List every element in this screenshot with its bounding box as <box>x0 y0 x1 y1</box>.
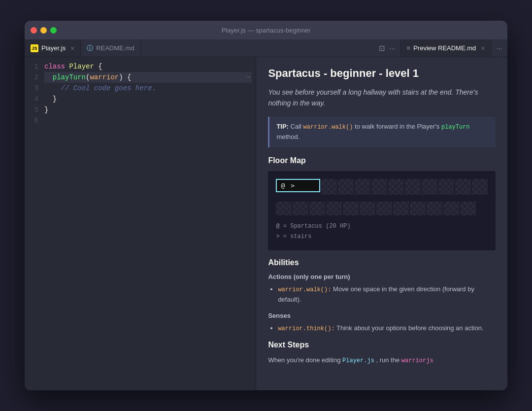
player-map-cell: @ > <box>276 179 320 192</box>
tile-6 <box>405 179 421 195</box>
preview-intro: You see before yourself a long hallway w… <box>268 87 496 109</box>
preview-title: Spartacus - beginner - level 1 <box>268 67 496 80</box>
info-icon: ⓘ <box>87 44 93 53</box>
tile-9 <box>455 179 471 195</box>
tile-2 <box>338 179 354 195</box>
tile-1 <box>321 179 337 195</box>
sense-method-1: warrior.think(): <box>278 325 334 332</box>
more-actions-icon[interactable]: ··· <box>389 44 396 52</box>
paren-open: ( <box>86 72 90 83</box>
line-num-5: 5 <box>31 104 38 115</box>
floor-map-legend: @ = Spartacus (20 HP) > = stairs <box>276 221 488 242</box>
sense-item-1: warrior.think(): Think about your option… <box>278 323 496 334</box>
class-close-brace: } <box>44 104 48 115</box>
tab-player-js[interactable]: JS Player.js × <box>25 39 81 57</box>
tab-player-js-label: Player.js <box>41 44 66 52</box>
stairs-symbol: > <box>291 182 295 189</box>
tab-readme-md[interactable]: ⓘ README.md <box>81 39 140 57</box>
app-window: Player.js — spartacus-beginner JS Player… <box>25 21 507 390</box>
line-num-3: 3 <box>31 83 38 94</box>
actions-label: Actions (only one per turn) <box>268 273 496 280</box>
indent-2 <box>44 72 53 83</box>
tip-text-3: method. <box>276 133 299 140</box>
tab-preview-close[interactable]: × <box>481 45 485 52</box>
line-numbers: 1 2 3 4 5 6 <box>25 61 44 386</box>
next-steps-text-2: , run the <box>376 356 401 364</box>
traffic-lights <box>31 27 57 34</box>
tip-text-2: to walk forward in the Player's <box>355 123 441 130</box>
action-method-1: warrior.walk(): <box>278 286 331 293</box>
paren-close: ) <box>119 72 123 83</box>
maximize-button[interactable] <box>50 27 57 34</box>
next-steps-text: When you're done editing Player.js , run… <box>268 355 496 366</box>
method-name: playTurn <box>53 72 86 83</box>
bottom-checker-row <box>276 202 488 215</box>
window-title: Player.js — spartacus-beginner <box>222 27 311 34</box>
class-name: Player <box>69 61 94 72</box>
legend-player: @ = Spartacus (20 HP) <box>276 221 488 232</box>
indent-3 <box>44 83 61 94</box>
code-area: 1 2 3 4 5 6 class Player { <box>25 57 256 390</box>
code-line-4: } <box>44 94 252 104</box>
line-indicator: — <box>247 72 252 83</box>
code-line-5: } <box>44 104 252 115</box>
preview-pane[interactable]: Spartacus - beginner - level 1 You see b… <box>256 57 507 390</box>
editor-pane[interactable]: 1 2 3 4 5 6 class Player { <box>25 57 256 390</box>
senses-list: warrior.think(): Think about your option… <box>268 323 496 334</box>
tile-8 <box>438 179 454 195</box>
method-open-brace: { <box>127 72 131 83</box>
code-line-2: playTurn ( warrior ) { — <box>44 72 252 83</box>
tabbar-right: ≡ Preview README.md × ··· <box>401 39 507 57</box>
titlebar: Player.js — spartacus-beginner <box>25 21 507 39</box>
tip-method2: playTurn <box>441 124 470 131</box>
close-button[interactable] <box>31 27 37 34</box>
legend-stairs: > = stairs <box>276 232 488 242</box>
preview-icon: ≡ <box>407 44 411 52</box>
method-close-brace: } <box>53 94 57 104</box>
code-line-3: // Cool code goes here. <box>44 83 252 94</box>
indent-4 <box>44 94 53 104</box>
tile-4 <box>371 179 387 195</box>
tip-label: TIP: <box>276 123 289 130</box>
js-icon: JS <box>31 44 38 52</box>
tabbar-left: JS Player.js × ⓘ README.md ⊡ ··· <box>25 39 400 57</box>
preview-more-icon[interactable]: ··· <box>496 44 502 52</box>
minimize-button[interactable] <box>40 27 47 34</box>
next-steps-file: Player.js <box>342 357 374 364</box>
tile-7 <box>422 179 437 195</box>
code-lines[interactable]: class Player { playTurn ( warrior ) { — <box>44 61 256 386</box>
next-steps-text-1: When you're done editing <box>268 356 342 364</box>
floor-map-title: Floor Map <box>268 156 496 165</box>
next-steps-cmd: warriorjs <box>401 357 433 364</box>
action-item-1: warrior.walk(): Move one space in the gi… <box>278 284 496 305</box>
tile-10 <box>472 179 488 195</box>
tile-3 <box>355 179 370 195</box>
tip-box: TIP: Call warrior.walk() to walk forward… <box>268 117 496 147</box>
tip-text-1: Call <box>291 123 303 130</box>
floor-map-container: @ > <box>268 171 496 250</box>
code-line-1: class Player { <box>44 61 252 72</box>
split-editor-icon[interactable]: ⊡ <box>379 44 385 53</box>
line-num-2: 2 <box>31 72 38 83</box>
tip-method1: warrior.walk() <box>303 124 353 131</box>
open-brace: { <box>98 61 102 72</box>
checker-tiles <box>321 179 488 195</box>
code-line-6 <box>44 115 252 126</box>
line-num-4: 4 <box>31 94 38 104</box>
main-content: 1 2 3 4 5 6 class Player { <box>25 57 507 390</box>
senses-section: Senses warrior.think(): Think about your… <box>268 312 496 334</box>
tabbar: JS Player.js × ⓘ README.md ⊡ ··· ≡ Previ… <box>25 39 507 57</box>
tab-preview-readme[interactable]: ≡ Preview README.md × <box>401 39 492 57</box>
comment: // Cool code goes here. <box>61 83 156 94</box>
line-num-1: 1 <box>31 61 38 72</box>
tab-readme-md-label: README.md <box>96 44 134 52</box>
line-num-6: 6 <box>31 115 38 126</box>
tab-preview-label: Preview README.md <box>413 44 476 52</box>
actions-section: Actions (only one per turn) warrior.walk… <box>268 273 496 305</box>
tab-player-js-close[interactable]: × <box>70 45 74 52</box>
tile-5 <box>388 179 404 195</box>
next-steps-title: Next Steps <box>268 341 496 349</box>
actions-list: warrior.walk(): Move one space in the gi… <box>268 284 496 305</box>
senses-label: Senses <box>268 312 496 319</box>
player-symbol: @ <box>281 182 285 189</box>
